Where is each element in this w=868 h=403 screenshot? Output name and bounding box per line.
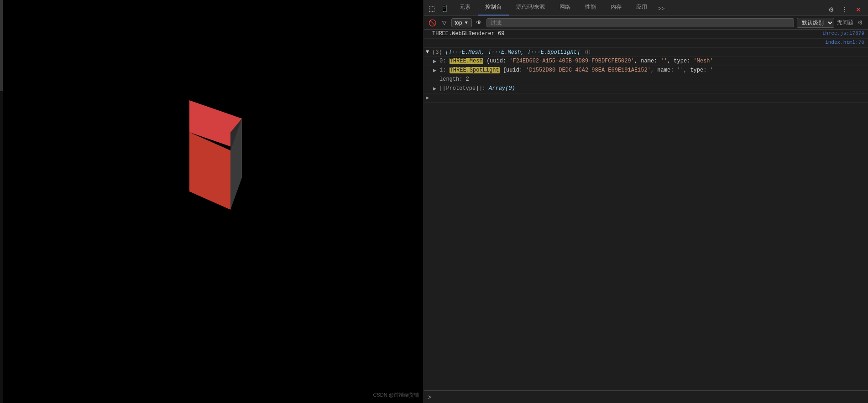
obj1-content: 1: THREE.SpotLight {uuid: 'D1552D80-DEDC… bbox=[439, 67, 864, 73]
obj0-class-highlight: THREE.Mesh bbox=[450, 58, 483, 64]
index-link[interactable]: index.html:70 bbox=[821, 40, 864, 45]
devtools-more-icon[interactable]: ⋮ bbox=[839, 4, 851, 16]
length-content: length: 2 bbox=[439, 76, 864, 83]
tab-application[interactable]: 应用 bbox=[629, 0, 654, 16]
obj0-content: 0: THREE.Mesh {uuid: 'F24ED602-A155-405B… bbox=[439, 58, 864, 64]
console-input-area: > bbox=[424, 390, 868, 403]
console-toolbar: 🚫 ▽ top ▼ 👁 默认级别 无问题 ⚙ bbox=[424, 16, 868, 30]
tab-elements[interactable]: 元素 bbox=[452, 0, 478, 16]
log-level-select[interactable]: 默认级别 bbox=[797, 18, 834, 28]
obj1-expand-arrow[interactable]: ▶ bbox=[433, 67, 439, 74]
tab-memory[interactable]: 内存 bbox=[603, 0, 629, 16]
obj-count: (3) bbox=[432, 49, 445, 56]
no-issues-label: 无问题 bbox=[837, 19, 853, 26]
renderer-text: THREE.WebGLRenderer 69 bbox=[432, 31, 504, 37]
obj-info-icon[interactable]: ⓘ bbox=[585, 50, 590, 55]
context-dropdown-icon: ▼ bbox=[464, 20, 469, 25]
length-key: length: bbox=[439, 76, 466, 83]
object-summary: (3) [T···E.Mesh, T···E.Mesh, T···E.SpotL… bbox=[432, 49, 864, 56]
proto-content: [[Prototype]]: Array(0) bbox=[439, 85, 864, 92]
proto-expand-arrow[interactable]: ▶ bbox=[433, 85, 439, 92]
devtools-panel: ⬚ 📱 元素 控制台 源代码/来源 网络 性能 内存 应用 >> ⚙ ⋮ ✕ 🚫… bbox=[424, 0, 868, 403]
console-line-length: length: 2 bbox=[424, 75, 868, 84]
devtools-close-icon[interactable]: ✕ bbox=[852, 4, 864, 16]
object-expand-arrow[interactable]: ▼ bbox=[426, 49, 432, 55]
tabs-overflow-btn[interactable]: >> bbox=[654, 2, 668, 16]
devtools-device-icon[interactable]: 📱 bbox=[439, 3, 450, 15]
3d-scene bbox=[0, 0, 424, 403]
console-clear-icon[interactable]: 🚫 bbox=[428, 18, 437, 27]
proto-value: Array(0) bbox=[489, 85, 515, 92]
console-filter-icon[interactable]: ▽ bbox=[439, 18, 449, 27]
devtools-inspect-icon[interactable]: ⬚ bbox=[426, 3, 438, 15]
renderer-log-text: THREE.WebGLRenderer 69 bbox=[432, 31, 819, 37]
tab-sources[interactable]: 源代码/来源 bbox=[509, 0, 552, 16]
obj0-rest: {uuid: 'F24ED602-A155-405B-9D89-F9BDFCFE… bbox=[486, 58, 713, 64]
console-line-next-prompt: ▶ bbox=[424, 93, 868, 103]
obj0-expand-arrow[interactable]: ▶ bbox=[433, 58, 439, 65]
filter-input-wrap bbox=[486, 18, 794, 27]
devtools-settings-icon[interactable]: ⚙ bbox=[825, 4, 837, 16]
devtools-settings-area: ⚙ ⋮ ✕ bbox=[825, 4, 868, 16]
obj0-index: 0: bbox=[439, 58, 450, 64]
console-line-object-0: ▶ 0: THREE.Mesh {uuid: 'F24ED602-A155-40… bbox=[424, 57, 868, 66]
obj-summary-text: [T···E.Mesh, T···E.Mesh, T···E.SpotLight… bbox=[445, 49, 580, 56]
devtools-tabs-bar: ⬚ 📱 元素 控制台 源代码/来源 网络 性能 内存 应用 >> ⚙ ⋮ ✕ bbox=[424, 0, 868, 16]
tab-console[interactable]: 控制台 bbox=[478, 0, 509, 16]
context-selector[interactable]: top ▼ bbox=[451, 18, 472, 27]
prompt-arrow: > bbox=[428, 393, 431, 401]
console-filter-input[interactable] bbox=[486, 18, 794, 27]
console-line-prototype: ▶ [[Prototype]]: Array(0) bbox=[424, 84, 868, 93]
console-settings-small-icon[interactable]: ⚙ bbox=[856, 19, 864, 27]
length-value: 2 bbox=[466, 76, 469, 83]
canvas-area: CSDN @前端杂货铺 bbox=[0, 0, 424, 403]
watermark: CSDN @前端杂货铺 bbox=[373, 392, 419, 398]
next-expand-arrow[interactable]: ▶ bbox=[426, 94, 432, 101]
console-eye-icon[interactable]: 👁 bbox=[475, 18, 484, 27]
console-output[interactable]: THREE.WebGLRenderer 69 three.js:17679 in… bbox=[424, 30, 868, 390]
console-line-renderer: THREE.WebGLRenderer 69 three.js:17679 bbox=[424, 30, 868, 39]
console-input[interactable] bbox=[434, 394, 864, 400]
console-line-object-1: ▶ 1: THREE.SpotLight {uuid: 'D1552D80-DE… bbox=[424, 66, 868, 75]
context-label: top bbox=[455, 20, 462, 26]
tab-network[interactable]: 网络 bbox=[552, 0, 578, 16]
console-line-index: index.html:70 bbox=[424, 39, 868, 48]
proto-key: [[Prototype]]: bbox=[439, 85, 489, 92]
tab-performance[interactable]: 性能 bbox=[578, 0, 603, 16]
obj1-class-highlight: THREE.SpotLight bbox=[450, 67, 500, 73]
renderer-link[interactable]: three.js:17679 bbox=[819, 31, 864, 36]
obj1-rest: {uuid: 'D1552D80-DEDC-4CA2-98EA-E69E191A… bbox=[503, 67, 713, 73]
obj1-index: 1: bbox=[439, 67, 450, 73]
console-line-object-header: ▼ (3) [T···E.Mesh, T···E.Mesh, T···E.Spo… bbox=[424, 48, 868, 57]
